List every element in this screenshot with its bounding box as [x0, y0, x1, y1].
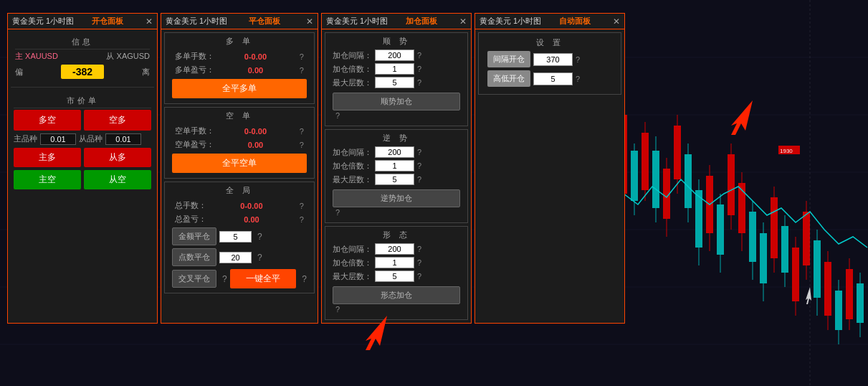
short-lots-val: 0-0.00	[244, 127, 267, 136]
highlow-q[interactable]: ?	[576, 75, 580, 83]
panel-kaicang: 黄金美元 1小时图 开仓面板 ✕ 信息 主 XAUUSD 从 XAGUSD 偏 …	[7, 13, 158, 324]
interval-q[interactable]: ?	[576, 55, 580, 64]
panel4-close[interactable]: ✕	[613, 17, 620, 27]
panel-zidong: 黄金美元 1小时图 自动面板 ✕ 设 置 间隔开仓 ? 高低开仓 ?	[474, 13, 625, 324]
reverse-multiplier-label: 加仓倍数：	[333, 161, 372, 171]
pattern-max-layers-input[interactable]	[375, 270, 414, 282]
btn-pattern-add[interactable]: 形态加仓	[333, 286, 460, 304]
btn-one-key-close[interactable]: 一键全平	[230, 269, 297, 288]
symbol-row: 主 XAUUSD 从 XAGUSD	[15, 51, 150, 62]
short-section-label: 空 单	[168, 110, 311, 121]
pattern-interval-label: 加仓间隔：	[333, 244, 372, 255]
reverse-interval-row: 加仓间隔： ?	[333, 146, 460, 158]
btn-reverse-add[interactable]: 逆势加仓	[333, 189, 460, 207]
reverse-multiplier-input[interactable]	[375, 160, 414, 171]
long-close-btn-wrap: 全平多单	[168, 77, 311, 100]
btn-trend-add[interactable]: 顺势加仓	[333, 93, 460, 110]
pattern-section: 形 态 加仓间隔： ? 加仓倍数： ? 最大层数： ? 形态加仓 ?	[325, 226, 468, 320]
pattern-interval-q[interactable]: ?	[417, 245, 421, 253]
interval-open-input[interactable]	[533, 53, 573, 66]
main-symbol: 主 XAUUSD	[15, 51, 58, 62]
short-profit-q[interactable]: ?	[300, 141, 304, 149]
reverse-multiplier-q[interactable]: ?	[417, 161, 421, 170]
panel2-header: 黄金美元 1小时图 平仓面板 ✕	[161, 14, 318, 29]
panel3-close[interactable]: ✕	[459, 17, 467, 27]
pattern-interval-row: 加仓间隔： ?	[333, 243, 460, 255]
btn-points-close[interactable]: 点数平仓	[172, 248, 216, 266]
full-close-input[interactable]	[219, 231, 252, 243]
short-lots-q[interactable]: ?	[300, 127, 304, 136]
reverse-interval-q[interactable]: ?	[417, 148, 421, 156]
trend-max-layers-q[interactable]: ?	[417, 78, 421, 87]
trend-interval-label: 加仓间隔：	[333, 50, 372, 61]
btn-interval-open[interactable]: 间隔开仓	[487, 51, 530, 67]
reverse-btn-q[interactable]: ?	[335, 208, 340, 217]
btn-highlow-open[interactable]: 高低开仓	[487, 70, 530, 87]
svg-rect-42	[771, 197, 778, 258]
trend-btn-wrap: 顺势加仓 ?	[328, 90, 464, 123]
reverse-section-label: 逆 势	[328, 133, 464, 143]
one-key-q[interactable]: ?	[302, 274, 307, 284]
btn-from-short[interactable]: 从空	[84, 170, 151, 189]
panel2-close[interactable]: ✕	[306, 17, 313, 27]
global-section: 全 局 总手数： 0-0.00 ? 总盈亏： 0.00 ? 金额平仓 ? 点数平…	[164, 182, 315, 293]
svg-rect-38	[749, 212, 756, 262]
long-profit-val: 0.00	[248, 66, 263, 75]
main-lot-input[interactable]	[40, 133, 76, 145]
pattern-btn-q[interactable]: ?	[335, 305, 340, 314]
btn-sell-buy[interactable]: 空多	[84, 110, 151, 131]
total-profit-val: 0.00	[244, 215, 259, 224]
total-lots-q[interactable]: ?	[300, 202, 304, 210]
short-profit-val: 0.00	[248, 141, 263, 149]
points-close-input[interactable]	[219, 252, 252, 263]
trend-max-layers-row: 最大层数： ?	[333, 77, 460, 88]
pattern-interval-input[interactable]	[375, 243, 414, 255]
total-profit-q[interactable]: ?	[300, 215, 304, 224]
bias-value: -382	[61, 65, 104, 79]
svg-rect-18	[642, 133, 649, 190]
reverse-max-layers-q[interactable]: ?	[417, 175, 421, 184]
btn-close-all-short[interactable]: 全平空单	[172, 154, 307, 173]
trend-interval-input[interactable]	[375, 50, 414, 61]
panel4-title-left: 黄金美元 1小时图	[480, 16, 541, 27]
btn-main-short[interactable]: 主空	[14, 170, 81, 189]
trend-multiplier-q[interactable]: ?	[417, 65, 421, 73]
panels-container: 黄金美元 1小时图 开仓面板 ✕ 信息 主 XAUUSD 从 XAGUSD 偏 …	[7, 13, 625, 324]
cross-close-q[interactable]: ?	[222, 274, 227, 284]
svg-rect-20	[652, 151, 659, 208]
pattern-multiplier-q[interactable]: ?	[417, 258, 421, 267]
svg-rect-56	[846, 269, 853, 319]
long-lots-q[interactable]: ?	[300, 52, 304, 61]
btn-close-all-long[interactable]: 全平多单	[172, 79, 307, 98]
btn-full-close[interactable]: 金额平仓	[172, 227, 216, 245]
btn-main-long[interactable]: 主多	[14, 148, 81, 167]
trend-max-layers-input[interactable]	[375, 77, 414, 88]
pattern-multiplier-input[interactable]	[375, 257, 414, 268]
panel3-title-left: 黄金美元 1小时图	[326, 16, 388, 27]
btn-from-long[interactable]: 从多	[84, 148, 151, 167]
pattern-max-layers-q[interactable]: ?	[417, 272, 421, 281]
svg-rect-40	[760, 233, 767, 283]
long-profit-q[interactable]: ?	[300, 66, 304, 75]
trend-interval-q[interactable]: ?	[417, 51, 421, 60]
main-lot-label: 主品种	[14, 133, 37, 145]
trend-btn-q[interactable]: ?	[335, 111, 340, 120]
trend-interval-row: 加仓间隔： ?	[333, 50, 460, 61]
panel1-close[interactable]: ✕	[146, 17, 153, 27]
btn-buy-sell[interactable]: 多空	[14, 110, 81, 131]
reverse-max-layers-input[interactable]	[375, 174, 414, 185]
reverse-section: 逆 势 加仓间隔： ? 加仓倍数： ? 最大层数： ? 逆势加仓 ?	[325, 129, 468, 223]
from-lot-input[interactable]	[105, 133, 141, 145]
panel1-title-left: 黄金美元 1小时图	[12, 16, 74, 27]
full-close-q[interactable]: ?	[257, 232, 262, 242]
settings-section-label: 设 置	[483, 37, 616, 48]
reverse-interval-input[interactable]	[375, 146, 414, 158]
btn-cross-close[interactable]: 交叉平仓	[172, 270, 216, 288]
highlow-open-input[interactable]	[533, 72, 573, 85]
panel4-header: 黄金美元 1小时图 自动面板 ✕	[475, 14, 624, 29]
points-close-row: 点数平仓 ?	[168, 247, 311, 268]
total-lots-val: 0-0.00	[240, 202, 262, 210]
cross-close-row: 交叉平仓 ? 一键全平 ?	[168, 268, 311, 290]
points-close-q[interactable]: ?	[257, 253, 262, 263]
trend-multiplier-input[interactable]	[375, 63, 414, 75]
